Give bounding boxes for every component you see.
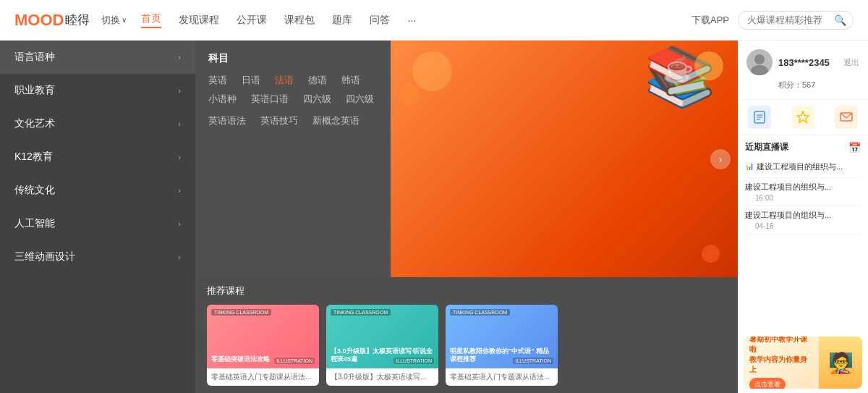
deco-circle-2 — [398, 84, 420, 106]
switch-label: 切换 — [101, 14, 120, 27]
center-panel: 科目 英语 日语 法语 德语 韩语 小语种 英语口语 四六级 四六级 英语语法 … — [195, 41, 738, 393]
logo-text: MOOD — [14, 11, 64, 30]
nav-item-more[interactable]: ··· — [407, 14, 416, 26]
subject-tags: 英语 日语 法语 德语 韩语 小语种 英语口语 四六级 四六级 英语语法 英语技… — [208, 74, 378, 127]
search-icon[interactable]: 🔍 — [834, 14, 846, 26]
live-item-3[interactable]: 建设工程项目的组织与... 04-16 — [745, 206, 861, 234]
notes-icon-button[interactable] — [748, 106, 771, 129]
ad-content: 暑期初中教学开课啦 教学内容为你量身上 点击查看 — [744, 337, 819, 389]
avatar — [746, 49, 773, 75]
subject-panel: 科目 英语 日语 法语 德语 韩语 小语种 英语口语 四六级 四六级 英语语法 … — [195, 41, 391, 277]
tag-french[interactable]: 法语 — [275, 74, 294, 87]
live-item-1-text: 建设工程项目的组织与... — [757, 161, 843, 172]
course-card-2[interactable]: TINKING CLASSROOM 【3.0升级版】太极英语读写·听说全程班45… — [326, 305, 438, 386]
header: MOOD 睦得 切换 ∨ 首页 发现课程 公开课 课程包 题库 问答 ··· 下… — [0, 0, 868, 41]
arrow-right-icon: › — [178, 53, 181, 62]
sidebar-item-vocational-label: 职业教育 — [14, 84, 55, 97]
logout-button[interactable]: 退出 — [843, 57, 859, 68]
arrow-right-icon: › — [178, 153, 181, 161]
switch-button[interactable]: 切换 ∨ — [101, 14, 127, 27]
bar-chart-icon-1: 📊 — [745, 162, 754, 170]
live-item-2-time: 16:00 — [745, 194, 861, 202]
course-cards: TINKING CLASSROOM 零基础突破语法攻略 ILLUSTRATION… — [207, 305, 726, 386]
course-card-1-bottom: 零基础英语入门专题课从语法... — [207, 368, 319, 386]
course-card-1[interactable]: TINKING CLASSROOM 零基础突破语法攻略 ILLUSTRATION… — [207, 305, 319, 386]
tag-german[interactable]: 德语 — [308, 74, 327, 87]
course-card-2-label: TINKING CLASSROOM — [331, 309, 391, 316]
tag-grammar[interactable]: 英语语法 — [208, 114, 246, 127]
download-button[interactable]: 下载APP — [692, 14, 729, 27]
sidebar-item-3d-label: 三维动画设计 — [14, 250, 75, 263]
recommended-section: 推荐课程 TINKING CLASSROOM 零基础突破语法攻略 ILLUSTR… — [195, 277, 738, 393]
sidebar-item-3d[interactable]: 三维动画设计 › — [0, 240, 195, 274]
live-item-3-time: 04-16 — [745, 222, 861, 230]
sidebar-item-arts[interactable]: 文化艺术 › — [0, 107, 195, 140]
ad-title: 暑期初中教学开课啦 教学内容为你量身上 — [749, 337, 813, 375]
sidebar-item-traditional-label: 传统文化 — [14, 184, 55, 197]
illustration-label-2: ILLUSTRATION — [393, 358, 434, 364]
sidebar-item-language[interactable]: 语言语种 › — [0, 41, 195, 74]
sidebar-item-arts-label: 文化艺术 — [14, 117, 55, 130]
tag-minor-lang[interactable]: 小语种 — [208, 93, 237, 106]
header-right: 下载APP 🔍 — [692, 11, 854, 30]
right-panel: 183****2345 退出 积分：567 近期直播课 📅 — [738, 41, 868, 393]
live-item-3-text: 建设工程项目的组织与... — [745, 210, 831, 221]
arrow-right-icon: › — [178, 186, 181, 195]
tag-english[interactable]: 英语 — [208, 74, 227, 87]
sidebar-item-ai-label: 人工智能 — [14, 217, 55, 230]
tag-new-concept[interactable]: 新概念英语 — [312, 114, 359, 127]
star-icon-button[interactable] — [791, 106, 814, 129]
course-card-1-image: TINKING CLASSROOM 零基础突破语法攻略 ILLUSTRATION — [207, 305, 319, 368]
live-title-text: 近期直播课 — [745, 141, 788, 153]
illustration-label-1: ILLUSTRATION — [274, 358, 315, 364]
tag-cet46b[interactable]: 四六级 — [346, 93, 374, 106]
illustration-label-3: ILLUSTRATION — [513, 358, 553, 364]
tag-korean[interactable]: 韩语 — [341, 74, 360, 87]
live-section: 近期直播课 📅 📊 建设工程项目的组织与... 建设工程项目的组织与... 16… — [738, 135, 868, 332]
carousel-panel: 📚 ☕ › — [391, 41, 738, 277]
user-name: 183****2345 — [778, 57, 830, 68]
calendar-icon[interactable]: 📅 — [848, 142, 861, 153]
ad-illustration: 🧑‍🏫 — [819, 337, 862, 389]
live-item-1-name: 📊 建设工程项目的组织与... — [745, 161, 861, 172]
nav-item-packages[interactable]: 课程包 — [284, 14, 315, 27]
sidebar-item-traditional[interactable]: 传统文化 › — [0, 174, 195, 207]
logo-cn: 睦得 — [65, 12, 90, 28]
live-title: 近期直播课 📅 — [745, 141, 861, 153]
search-input[interactable] — [747, 14, 834, 25]
nav-item-questions[interactable]: 题库 — [332, 14, 352, 27]
message-icon-button[interactable] — [835, 106, 858, 129]
sidebar-item-k12[interactable]: K12教育 › — [0, 140, 195, 174]
sidebar-item-k12-label: K12教育 — [14, 151, 53, 164]
nav-item-home[interactable]: 首页 — [141, 12, 161, 28]
main-nav: 首页 发现课程 公开课 课程包 题库 问答 ··· — [141, 12, 692, 28]
sidebar-item-vocational[interactable]: 职业教育 › — [0, 74, 195, 107]
carousel-next-button[interactable]: › — [710, 149, 731, 169]
main-content: 语言语种 › 职业教育 › 文化艺术 › K12教育 › 传统文化 › 人工智能… — [0, 41, 868, 393]
svg-marker-7 — [797, 111, 809, 122]
arrow-right-icon: › — [178, 86, 181, 95]
tag-japanese[interactable]: 日语 — [242, 74, 260, 87]
course-card-3-image: TINKING CLASSROOM 明星私教陪你教你的"中式语" 精品课程推荐 … — [446, 305, 558, 368]
live-item-2[interactable]: 建设工程项目的组织与... 16:00 — [745, 178, 861, 206]
subject-title: 科目 — [208, 52, 378, 65]
tag-cet46[interactable]: 四六级 — [303, 93, 331, 106]
tag-skills[interactable]: 英语技巧 — [260, 114, 298, 127]
sidebar-item-ai[interactable]: 人工智能 › — [0, 207, 195, 240]
tag-oral-english[interactable]: 英语口语 — [251, 93, 289, 106]
nav-item-qa[interactable]: 问答 — [370, 14, 390, 27]
deco-circle-4 — [702, 245, 720, 263]
course-card-3-label: TINKING CLASSROOM — [450, 309, 510, 316]
course-card-3[interactable]: TINKING CLASSROOM 明星私教陪你教你的"中式语" 精品课程推荐 … — [446, 305, 558, 386]
course-card-2-image: TINKING CLASSROOM 【3.0升级版】太极英语读写·听说全程班45… — [326, 305, 438, 368]
sidebar-item-language-label: 语言语种 — [14, 51, 55, 64]
user-info: 183****2345 退出 — [746, 49, 859, 75]
recommended-title: 推荐课程 — [207, 284, 726, 297]
live-item-2-name: 建设工程项目的组织与... — [745, 182, 861, 193]
course-card-2-bottom: 【3.0升级版】太极英语读写... — [326, 368, 438, 386]
nav-item-discover[interactable]: 发现课程 — [179, 14, 219, 27]
ad-banner[interactable]: 暑期初中教学开课啦 教学内容为你量身上 点击查看 🧑‍🏫 — [744, 337, 862, 389]
ad-button[interactable]: 点击查看 — [749, 378, 786, 389]
live-item-1[interactable]: 📊 建设工程项目的组织与... — [745, 158, 861, 178]
nav-item-open[interactable]: 公开课 — [237, 14, 267, 27]
